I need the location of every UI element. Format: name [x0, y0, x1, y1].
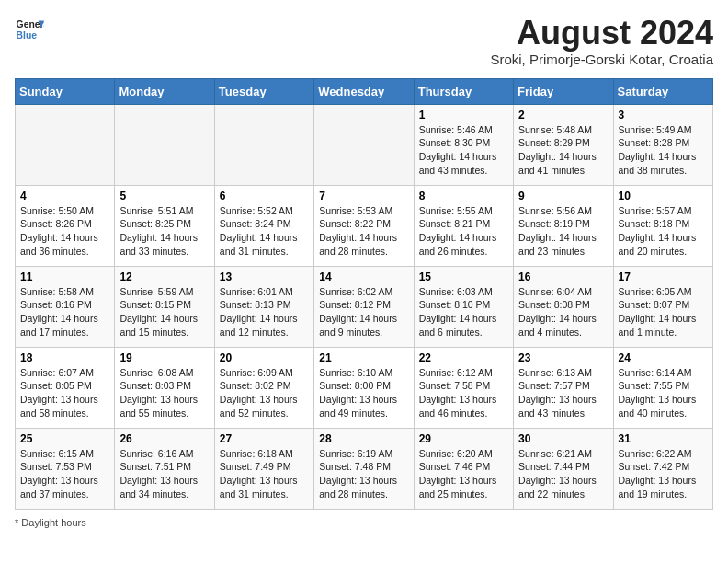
day-number: 21: [319, 351, 408, 364]
day-cell: 20Sunrise: 6:09 AMSunset: 8:02 PMDayligh…: [214, 347, 313, 428]
day-info: Sunrise: 5:53 AMSunset: 8:22 PMDaylight:…: [319, 204, 408, 259]
calendar-header: SundayMondayTuesdayWednesdayThursdayFrid…: [16, 78, 713, 104]
day-cell: 29Sunrise: 6:20 AMSunset: 7:46 PMDayligh…: [414, 428, 513, 509]
svg-text:Blue: Blue: [17, 30, 38, 40]
day-number: 18: [20, 351, 109, 364]
day-cell: 31Sunrise: 6:22 AMSunset: 7:42 PMDayligh…: [613, 428, 712, 509]
day-info: Sunrise: 6:20 AMSunset: 7:46 PMDaylight:…: [419, 447, 508, 501]
day-info: Sunrise: 5:52 AMSunset: 8:24 PMDaylight:…: [220, 204, 309, 259]
day-cell: 30Sunrise: 6:21 AMSunset: 7:44 PMDayligh…: [514, 428, 613, 509]
day-cell: 5Sunrise: 5:51 AMSunset: 8:25 PMDaylight…: [115, 185, 214, 266]
day-info: Sunrise: 6:18 AMSunset: 7:49 PMDaylight:…: [220, 447, 309, 501]
day-number: 8: [419, 190, 508, 202]
day-number: 28: [319, 432, 408, 445]
day-info: Sunrise: 6:08 AMSunset: 8:03 PMDaylight:…: [119, 366, 209, 420]
day-cell: 18Sunrise: 6:07 AMSunset: 8:05 PMDayligh…: [16, 347, 115, 428]
week-row-5: 25Sunrise: 6:15 AMSunset: 7:53 PMDayligh…: [16, 428, 713, 509]
day-cell: 22Sunrise: 6:12 AMSunset: 7:58 PMDayligh…: [414, 347, 513, 428]
day-number: 19: [119, 351, 209, 364]
day-info: Sunrise: 6:21 AMSunset: 7:44 PMDaylight:…: [518, 447, 608, 501]
day-number: 6: [220, 190, 309, 202]
day-number: 15: [419, 270, 508, 283]
day-number: 11: [20, 270, 109, 283]
day-number: 20: [220, 351, 309, 364]
day-cell: 25Sunrise: 6:15 AMSunset: 7:53 PMDayligh…: [16, 428, 115, 509]
day-cell: 8Sunrise: 5:55 AMSunset: 8:21 PMDaylight…: [414, 185, 513, 266]
day-number: 12: [119, 270, 209, 283]
day-cell: 28Sunrise: 6:19 AMSunset: 7:48 PMDayligh…: [314, 428, 414, 509]
week-row-3: 11Sunrise: 5:58 AMSunset: 8:16 PMDayligh…: [16, 266, 713, 347]
day-cell: 24Sunrise: 6:14 AMSunset: 7:55 PMDayligh…: [613, 347, 712, 428]
weekday-header-tuesday: Tuesday: [214, 78, 313, 104]
day-info: Sunrise: 5:50 AMSunset: 8:26 PMDaylight:…: [20, 204, 109, 259]
weekday-row: SundayMondayTuesdayWednesdayThursdayFrid…: [16, 78, 713, 104]
day-info: Sunrise: 6:16 AMSunset: 7:51 PMDaylight:…: [119, 447, 209, 501]
day-cell: [115, 104, 214, 185]
day-cell: 26Sunrise: 6:16 AMSunset: 7:51 PMDayligh…: [115, 428, 214, 509]
day-cell: 6Sunrise: 5:52 AMSunset: 8:24 PMDaylight…: [214, 185, 313, 266]
day-number: 7: [319, 190, 408, 202]
weekday-header-friday: Friday: [514, 78, 613, 104]
day-cell: 1Sunrise: 5:46 AMSunset: 8:30 PMDaylight…: [414, 104, 513, 185]
day-cell: 11Sunrise: 5:58 AMSunset: 8:16 PMDayligh…: [16, 266, 115, 347]
day-info: Sunrise: 6:05 AMSunset: 8:07 PMDaylight:…: [619, 285, 708, 339]
day-info: Sunrise: 6:07 AMSunset: 8:05 PMDaylight:…: [20, 366, 109, 420]
day-cell: 13Sunrise: 6:01 AMSunset: 8:13 PMDayligh…: [214, 266, 313, 347]
daylight-hours-label: Daylight hours: [21, 517, 85, 528]
day-number: 16: [518, 270, 608, 283]
header: General Blue August 2024 Sroki, Primorje…: [15, 15, 713, 67]
day-cell: 21Sunrise: 6:10 AMSunset: 8:00 PMDayligh…: [314, 347, 414, 428]
location-title: Sroki, Primorje-Gorski Kotar, Croatia: [490, 52, 713, 67]
calendar-table: SundayMondayTuesdayWednesdayThursdayFrid…: [15, 78, 713, 510]
day-cell: 9Sunrise: 5:56 AMSunset: 8:19 PMDaylight…: [514, 185, 613, 266]
title-area: August 2024 Sroki, Primorje-Gorski Kotar…: [490, 15, 713, 67]
day-info: Sunrise: 6:22 AMSunset: 7:42 PMDaylight:…: [619, 447, 708, 501]
day-info: Sunrise: 6:15 AMSunset: 7:53 PMDaylight:…: [20, 447, 109, 501]
week-row-1: 1Sunrise: 5:46 AMSunset: 8:30 PMDaylight…: [16, 104, 713, 185]
day-info: Sunrise: 5:46 AMSunset: 8:30 PMDaylight:…: [419, 123, 508, 178]
logo: General Blue: [15, 15, 44, 44]
weekday-header-wednesday: Wednesday: [314, 78, 414, 104]
day-cell: [314, 104, 414, 185]
day-number: 1: [419, 109, 508, 121]
day-number: 4: [20, 190, 109, 202]
day-cell: 12Sunrise: 5:59 AMSunset: 8:15 PMDayligh…: [115, 266, 214, 347]
day-cell: 10Sunrise: 5:57 AMSunset: 8:18 PMDayligh…: [613, 185, 712, 266]
day-number: 29: [419, 432, 508, 445]
footer-note: * Daylight hours: [15, 517, 713, 528]
day-number: 14: [319, 270, 408, 283]
day-number: 31: [619, 432, 708, 445]
day-number: 23: [518, 351, 608, 364]
day-number: 10: [619, 190, 708, 202]
day-info: Sunrise: 5:49 AMSunset: 8:28 PMDaylight:…: [619, 123, 708, 178]
day-info: Sunrise: 5:56 AMSunset: 8:19 PMDaylight:…: [518, 204, 608, 259]
day-info: Sunrise: 6:13 AMSunset: 7:57 PMDaylight:…: [518, 366, 608, 420]
day-number: 9: [518, 190, 608, 202]
day-info: Sunrise: 6:19 AMSunset: 7:48 PMDaylight:…: [319, 447, 408, 501]
day-number: 22: [419, 351, 508, 364]
day-cell: 4Sunrise: 5:50 AMSunset: 8:26 PMDaylight…: [16, 185, 115, 266]
week-row-4: 18Sunrise: 6:07 AMSunset: 8:05 PMDayligh…: [16, 347, 713, 428]
logo-icon: General Blue: [15, 15, 44, 44]
day-info: Sunrise: 5:51 AMSunset: 8:25 PMDaylight:…: [119, 204, 209, 259]
day-info: Sunrise: 6:02 AMSunset: 8:12 PMDaylight:…: [319, 285, 408, 339]
day-info: Sunrise: 6:10 AMSunset: 8:00 PMDaylight:…: [319, 366, 408, 420]
day-info: Sunrise: 6:09 AMSunset: 8:02 PMDaylight:…: [220, 366, 309, 420]
day-info: Sunrise: 6:03 AMSunset: 8:10 PMDaylight:…: [419, 285, 508, 339]
day-number: 13: [220, 270, 309, 283]
day-number: 24: [619, 351, 708, 364]
day-info: Sunrise: 6:01 AMSunset: 8:13 PMDaylight:…: [220, 285, 309, 339]
day-cell: [214, 104, 313, 185]
day-number: 27: [220, 432, 309, 445]
day-info: Sunrise: 5:57 AMSunset: 8:18 PMDaylight:…: [619, 204, 708, 259]
weekday-header-sunday: Sunday: [16, 78, 115, 104]
day-info: Sunrise: 6:04 AMSunset: 8:08 PMDaylight:…: [518, 285, 608, 339]
day-cell: 27Sunrise: 6:18 AMSunset: 7:49 PMDayligh…: [214, 428, 313, 509]
day-info: Sunrise: 5:59 AMSunset: 8:15 PMDaylight:…: [119, 285, 209, 339]
day-cell: 16Sunrise: 6:04 AMSunset: 8:08 PMDayligh…: [514, 266, 613, 347]
day-cell: 17Sunrise: 6:05 AMSunset: 8:07 PMDayligh…: [613, 266, 712, 347]
day-number: 3: [619, 109, 708, 121]
week-row-2: 4Sunrise: 5:50 AMSunset: 8:26 PMDaylight…: [16, 185, 713, 266]
calendar-body: 1Sunrise: 5:46 AMSunset: 8:30 PMDaylight…: [16, 104, 713, 509]
day-number: 25: [20, 432, 109, 445]
